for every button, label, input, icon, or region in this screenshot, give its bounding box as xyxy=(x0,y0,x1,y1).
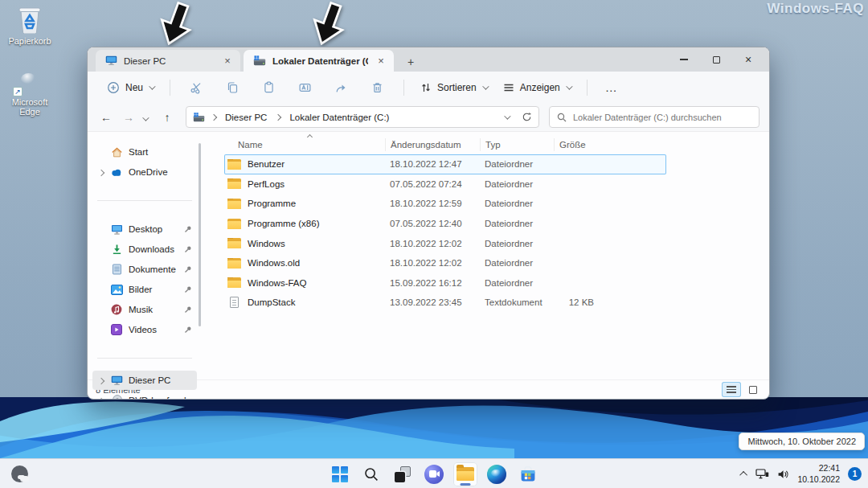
file-date: 18.10.2022 12:02 xyxy=(385,239,480,248)
refresh-icon[interactable] xyxy=(522,112,532,122)
clock-time: 22:41 xyxy=(797,463,840,474)
toolbar-separator xyxy=(403,80,404,96)
breadcrumb-dieser-pc[interactable]: Dieser PC xyxy=(223,111,269,124)
sidebar-item-dokumente[interactable]: Dokumente xyxy=(92,260,197,279)
file-date: 07.05.2022 07:24 xyxy=(385,179,480,189)
breadcrumb-lokaler-datentraeger[interactable]: Lokaler Datenträger (C:) xyxy=(287,111,391,124)
new-button[interactable]: Neu xyxy=(100,77,160,98)
file-explorer-window: Dieser PC × Lokaler Datenträger (C:) × +… xyxy=(87,47,770,400)
file-row[interactable]: DumpStack 13.09.2022 23:45 Textdokument … xyxy=(224,293,666,313)
column-header-type[interactable]: Typ xyxy=(480,138,554,151)
file-date: 13.09.2022 23:45 xyxy=(385,297,480,307)
sidebar-item-bilder[interactable]: Bilder xyxy=(92,280,197,299)
up-button[interactable]: ↑ xyxy=(158,111,176,124)
file-row[interactable]: Programme 18.10.2022 12:59 Dateiordner xyxy=(224,194,666,214)
taskbar-search-button[interactable] xyxy=(359,462,383,486)
recycle-bin-shortcut[interactable]: Papierkorb xyxy=(5,5,55,47)
back-button[interactable]: ← xyxy=(97,111,115,124)
edge-icon xyxy=(487,465,506,484)
tab-lokaler-datentraeger[interactable]: Lokaler Datenträger (C:) × xyxy=(244,50,394,72)
chevron-right-icon[interactable] xyxy=(97,375,104,385)
forward-button[interactable]: → xyxy=(120,111,137,124)
store-button[interactable] xyxy=(516,462,540,486)
search-input[interactable] xyxy=(573,113,751,122)
sidebar-item-musik[interactable]: Musik xyxy=(92,300,197,319)
taskbar-widgets[interactable] xyxy=(11,459,28,488)
view-button[interactable]: Anzeigen xyxy=(497,78,577,97)
volume-icon[interactable] xyxy=(777,470,789,479)
file-row[interactable]: Windows-FAQ 15.09.2022 16:12 Dateiordner xyxy=(224,273,666,293)
tab-close-icon[interactable]: × xyxy=(221,55,234,67)
file-type: Dateiordner xyxy=(480,258,554,268)
chevron-right-icon[interactable] xyxy=(97,167,104,177)
toolbar-separator xyxy=(170,80,170,96)
search-icon xyxy=(557,113,567,122)
file-row[interactable]: Benutzer 18.10.2022 12:47 Dateiordner xyxy=(224,154,666,174)
paste-button[interactable] xyxy=(252,77,285,98)
tray-chevron-up-icon[interactable] xyxy=(740,471,748,479)
file-explorer-button[interactable] xyxy=(453,462,477,486)
sidebar-item-dieser-pc[interactable]: Dieser PC xyxy=(92,371,197,390)
weather-moon-icon xyxy=(11,465,28,482)
sidebar-item-desktop[interactable]: Desktop xyxy=(92,219,197,239)
new-tab-button[interactable]: + xyxy=(400,52,421,72)
close-button[interactable]: × xyxy=(732,48,764,71)
address-bar[interactable]: Dieser PC Lokaler Datenträger (C:) xyxy=(186,106,539,128)
documents-icon xyxy=(110,264,123,275)
recent-locations-button[interactable] xyxy=(142,110,154,125)
annotation-arrow-tab1 xyxy=(158,2,194,47)
new-label: Neu xyxy=(125,82,143,93)
column-header-size[interactable]: Größe xyxy=(554,138,596,151)
sidebar-scrollbar[interactable] xyxy=(199,143,201,326)
sidebar-item-onedrive[interactable]: OneDrive xyxy=(92,162,197,182)
chevron-right-icon[interactable] xyxy=(97,396,104,400)
sidebar-item-start[interactable]: Start xyxy=(92,142,197,162)
desktop-icon-area: Papierkorb ↗ Microsoft Edge xyxy=(5,5,55,132)
edge-button[interactable] xyxy=(485,462,509,486)
windows-logo-icon xyxy=(332,466,348,482)
column-header-name[interactable]: Name xyxy=(224,140,385,150)
tab-bar: Dieser PC × Lokaler Datenträger (C:) × +… xyxy=(88,47,769,72)
sort-arrows-icon xyxy=(420,82,432,93)
sort-button[interactable]: Sortieren xyxy=(414,78,493,97)
tab-dieser-pc[interactable]: Dieser PC × xyxy=(96,50,240,72)
file-row[interactable]: PerfLogs 07.05.2022 07:24 Dateiordner xyxy=(224,174,666,195)
task-view-button[interactable] xyxy=(391,462,415,486)
start-button[interactable] xyxy=(328,462,352,486)
tab-label: Lokaler Datenträger (C:) xyxy=(272,56,368,66)
file-type: Dateiordner xyxy=(480,159,554,169)
wallpaper-bloom xyxy=(0,397,868,458)
network-icon[interactable] xyxy=(755,469,769,479)
details-view-button[interactable] xyxy=(722,382,741,397)
tab-close-icon[interactable]: × xyxy=(375,55,387,67)
sidebar-item-downloads[interactable]: Downloads xyxy=(92,240,197,259)
edge-shortcut[interactable]: ↗ Microsoft Edge xyxy=(5,66,55,117)
notification-badge[interactable]: 1 xyxy=(848,467,862,481)
file-name: Windows xyxy=(248,239,285,248)
sidebar-item-dvd-laufwerk[interactable]: DVD-Laufwerk (D:) ESD-I xyxy=(92,391,197,400)
sidebar-item-videos[interactable]: Videos xyxy=(92,320,197,339)
sidebar-label: Desktop xyxy=(129,224,178,234)
chevron-down-icon xyxy=(149,83,155,89)
chat-button[interactable] xyxy=(422,462,446,486)
more-options-button[interactable]: … xyxy=(597,80,626,94)
sidebar-gap xyxy=(88,365,202,370)
sort-ascending-icon xyxy=(307,134,313,140)
address-dropdown-icon[interactable] xyxy=(504,113,510,119)
maximize-button[interactable] xyxy=(700,48,732,71)
taskbar-clock[interactable]: 22:41 10.10.2022 xyxy=(797,463,840,485)
copy-button[interactable] xyxy=(216,77,249,98)
column-header-row: Name Änderungsdatum Typ Größe xyxy=(224,135,769,154)
file-row[interactable]: Windows 18.10.2022 12:02 Dateiordner xyxy=(224,233,666,253)
large-icons-view-button[interactable] xyxy=(743,382,763,397)
file-row[interactable]: Programme (x86) 07.05.2022 12:40 Dateior… xyxy=(224,214,666,234)
minimize-button[interactable] xyxy=(668,48,700,71)
search-box[interactable] xyxy=(549,106,760,128)
column-header-date[interactable]: Änderungsdatum xyxy=(385,138,480,151)
file-name-cell: Windows.old xyxy=(224,258,385,269)
file-row[interactable]: Windows.old 18.10.2022 12:02 Dateiordner xyxy=(224,253,666,273)
share-button[interactable] xyxy=(325,77,358,98)
delete-button[interactable] xyxy=(361,77,394,98)
cut-button[interactable] xyxy=(180,77,213,98)
rename-button[interactable] xyxy=(289,77,321,98)
